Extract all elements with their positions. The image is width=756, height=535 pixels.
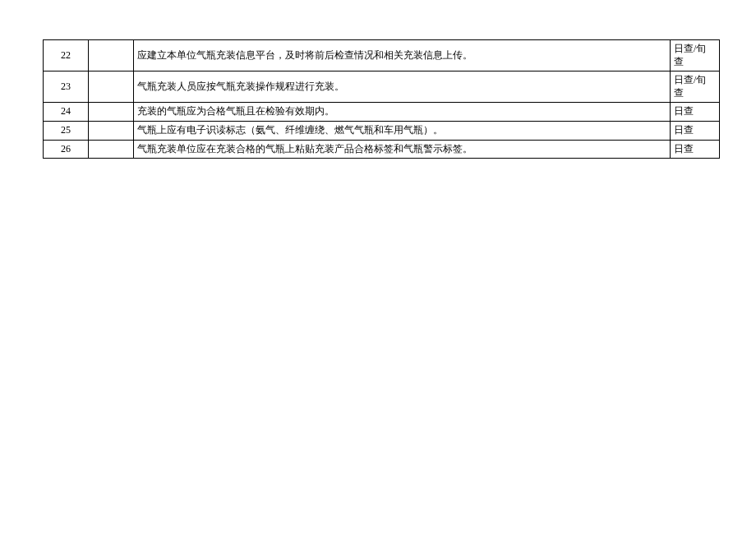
row-blank (89, 121, 134, 140)
row-blank (89, 103, 134, 122)
row-description: 充装的气瓶应为合格气瓶且在检验有效期内。 (134, 103, 671, 122)
table-row: 25 气瓶上应有电子识读标志（氨气、纤维缠绕、燃气气瓶和车用气瓶）。 日查 (44, 121, 720, 140)
row-number: 25 (44, 121, 89, 140)
row-frequency: 日查 (671, 121, 720, 140)
row-blank (89, 140, 134, 159)
row-description: 应建立本单位气瓶充装信息平台，及时将前后检查情况和相关充装信息上传。 (134, 40, 671, 71)
inspection-table: 22 应建立本单位气瓶充装信息平台，及时将前后检查情况和相关充装信息上传。 日查… (43, 39, 720, 159)
row-number: 23 (44, 71, 89, 103)
row-number: 22 (44, 40, 89, 71)
row-description: 气瓶充装单位应在充装合格的气瓶上粘贴充装产品合格标签和气瓶警示标签。 (134, 140, 671, 159)
row-number: 26 (44, 140, 89, 159)
row-description: 气瓶上应有电子识读标志（氨气、纤维缠绕、燃气气瓶和车用气瓶）。 (134, 121, 671, 140)
row-description: 气瓶充装人员应按气瓶充装操作规程进行充装。 (134, 71, 671, 103)
table-row: 26 气瓶充装单位应在充装合格的气瓶上粘贴充装产品合格标签和气瓶警示标签。 日查 (44, 140, 720, 159)
row-blank (89, 40, 134, 71)
row-number: 24 (44, 103, 89, 122)
row-frequency: 日查 (671, 103, 720, 122)
row-frequency: 日查/旬查 (671, 71, 720, 103)
table-row: 23 气瓶充装人员应按气瓶充装操作规程进行充装。 日查/旬查 (44, 71, 720, 103)
row-frequency: 日查/旬查 (671, 40, 720, 71)
row-frequency: 日查 (671, 140, 720, 159)
table-row: 24 充装的气瓶应为合格气瓶且在检验有效期内。 日查 (44, 103, 720, 122)
row-blank (89, 71, 134, 103)
table-row: 22 应建立本单位气瓶充装信息平台，及时将前后检查情况和相关充装信息上传。 日查… (44, 40, 720, 71)
